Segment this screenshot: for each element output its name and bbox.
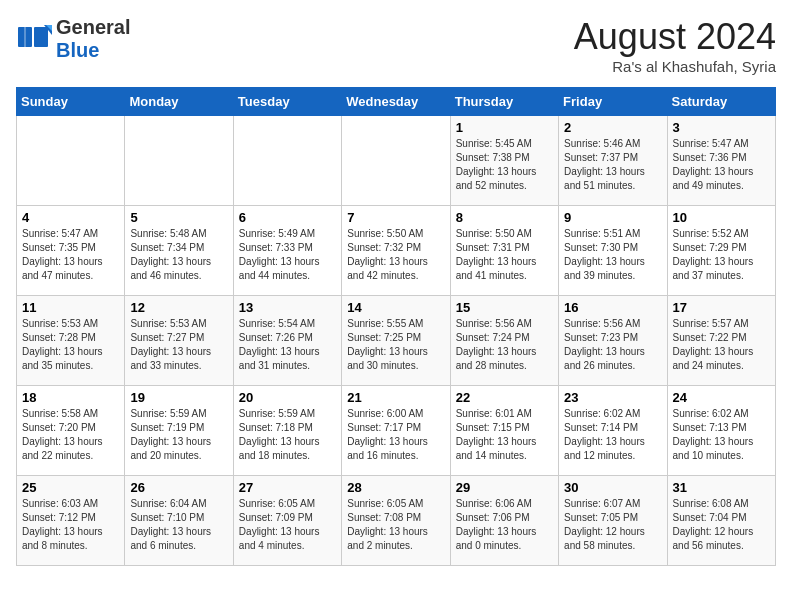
day-info: Sunrise: 5:47 AM Sunset: 7:36 PM Dayligh…	[673, 137, 770, 193]
calendar-cell: 11Sunrise: 5:53 AM Sunset: 7:28 PM Dayli…	[17, 296, 125, 386]
calendar-cell: 26Sunrise: 6:04 AM Sunset: 7:10 PM Dayli…	[125, 476, 233, 566]
day-number: 2	[564, 120, 661, 135]
day-info: Sunrise: 5:54 AM Sunset: 7:26 PM Dayligh…	[239, 317, 336, 373]
svg-rect-2	[34, 27, 48, 47]
calendar-cell: 7Sunrise: 5:50 AM Sunset: 7:32 PM Daylig…	[342, 206, 450, 296]
day-info: Sunrise: 6:03 AM Sunset: 7:12 PM Dayligh…	[22, 497, 119, 553]
page-header: General Blue August 2024 Ra's al Khashuf…	[16, 16, 776, 75]
calendar-cell	[125, 116, 233, 206]
day-number: 29	[456, 480, 553, 495]
day-number: 19	[130, 390, 227, 405]
day-number: 5	[130, 210, 227, 225]
day-info: Sunrise: 6:08 AM Sunset: 7:04 PM Dayligh…	[673, 497, 770, 553]
day-info: Sunrise: 6:05 AM Sunset: 7:08 PM Dayligh…	[347, 497, 444, 553]
day-number: 23	[564, 390, 661, 405]
day-number: 8	[456, 210, 553, 225]
logo-general: General	[56, 16, 130, 38]
calendar-cell	[17, 116, 125, 206]
day-info: Sunrise: 5:49 AM Sunset: 7:33 PM Dayligh…	[239, 227, 336, 283]
day-number: 28	[347, 480, 444, 495]
day-info: Sunrise: 6:02 AM Sunset: 7:14 PM Dayligh…	[564, 407, 661, 463]
day-number: 27	[239, 480, 336, 495]
day-number: 13	[239, 300, 336, 315]
day-info: Sunrise: 6:02 AM Sunset: 7:13 PM Dayligh…	[673, 407, 770, 463]
calendar-cell	[342, 116, 450, 206]
calendar-cell: 27Sunrise: 6:05 AM Sunset: 7:09 PM Dayli…	[233, 476, 341, 566]
day-info: Sunrise: 5:53 AM Sunset: 7:27 PM Dayligh…	[130, 317, 227, 373]
calendar-cell: 2Sunrise: 5:46 AM Sunset: 7:37 PM Daylig…	[559, 116, 667, 206]
calendar-cell: 1Sunrise: 5:45 AM Sunset: 7:38 PM Daylig…	[450, 116, 558, 206]
location: Ra's al Khashufah, Syria	[574, 58, 776, 75]
logo-blue: Blue	[56, 39, 99, 61]
day-number: 20	[239, 390, 336, 405]
day-number: 4	[22, 210, 119, 225]
calendar-cell: 16Sunrise: 5:56 AM Sunset: 7:23 PM Dayli…	[559, 296, 667, 386]
day-number: 21	[347, 390, 444, 405]
calendar-cell: 15Sunrise: 5:56 AM Sunset: 7:24 PM Dayli…	[450, 296, 558, 386]
day-number: 12	[130, 300, 227, 315]
day-number: 24	[673, 390, 770, 405]
calendar-cell: 24Sunrise: 6:02 AM Sunset: 7:13 PM Dayli…	[667, 386, 775, 476]
calendar-cell: 9Sunrise: 5:51 AM Sunset: 7:30 PM Daylig…	[559, 206, 667, 296]
day-info: Sunrise: 6:00 AM Sunset: 7:17 PM Dayligh…	[347, 407, 444, 463]
calendar-cell: 21Sunrise: 6:00 AM Sunset: 7:17 PM Dayli…	[342, 386, 450, 476]
day-number: 25	[22, 480, 119, 495]
day-info: Sunrise: 5:56 AM Sunset: 7:24 PM Dayligh…	[456, 317, 553, 373]
logo: General Blue	[16, 16, 130, 62]
day-number: 16	[564, 300, 661, 315]
calendar-cell: 4Sunrise: 5:47 AM Sunset: 7:35 PM Daylig…	[17, 206, 125, 296]
weekday-header-wednesday: Wednesday	[342, 88, 450, 116]
calendar-cell: 12Sunrise: 5:53 AM Sunset: 7:27 PM Dayli…	[125, 296, 233, 386]
calendar-cell: 18Sunrise: 5:58 AM Sunset: 7:20 PM Dayli…	[17, 386, 125, 476]
day-info: Sunrise: 5:48 AM Sunset: 7:34 PM Dayligh…	[130, 227, 227, 283]
day-number: 1	[456, 120, 553, 135]
day-info: Sunrise: 5:55 AM Sunset: 7:25 PM Dayligh…	[347, 317, 444, 373]
calendar-cell: 14Sunrise: 5:55 AM Sunset: 7:25 PM Dayli…	[342, 296, 450, 386]
calendar-cell	[233, 116, 341, 206]
day-info: Sunrise: 6:07 AM Sunset: 7:05 PM Dayligh…	[564, 497, 661, 553]
day-number: 22	[456, 390, 553, 405]
calendar-cell: 28Sunrise: 6:05 AM Sunset: 7:08 PM Dayli…	[342, 476, 450, 566]
day-info: Sunrise: 5:59 AM Sunset: 7:19 PM Dayligh…	[130, 407, 227, 463]
calendar-cell: 6Sunrise: 5:49 AM Sunset: 7:33 PM Daylig…	[233, 206, 341, 296]
day-info: Sunrise: 5:58 AM Sunset: 7:20 PM Dayligh…	[22, 407, 119, 463]
day-number: 7	[347, 210, 444, 225]
day-info: Sunrise: 5:56 AM Sunset: 7:23 PM Dayligh…	[564, 317, 661, 373]
day-number: 17	[673, 300, 770, 315]
day-number: 14	[347, 300, 444, 315]
calendar-cell: 13Sunrise: 5:54 AM Sunset: 7:26 PM Dayli…	[233, 296, 341, 386]
day-info: Sunrise: 6:01 AM Sunset: 7:15 PM Dayligh…	[456, 407, 553, 463]
day-number: 26	[130, 480, 227, 495]
day-number: 31	[673, 480, 770, 495]
calendar-table: SundayMondayTuesdayWednesdayThursdayFrid…	[16, 87, 776, 566]
calendar-cell: 3Sunrise: 5:47 AM Sunset: 7:36 PM Daylig…	[667, 116, 775, 206]
day-number: 9	[564, 210, 661, 225]
logo-icon	[16, 21, 52, 57]
calendar-cell: 5Sunrise: 5:48 AM Sunset: 7:34 PM Daylig…	[125, 206, 233, 296]
calendar-cell: 10Sunrise: 5:52 AM Sunset: 7:29 PM Dayli…	[667, 206, 775, 296]
calendar-cell: 25Sunrise: 6:03 AM Sunset: 7:12 PM Dayli…	[17, 476, 125, 566]
calendar-cell: 23Sunrise: 6:02 AM Sunset: 7:14 PM Dayli…	[559, 386, 667, 476]
day-number: 15	[456, 300, 553, 315]
day-info: Sunrise: 5:46 AM Sunset: 7:37 PM Dayligh…	[564, 137, 661, 193]
calendar-cell: 22Sunrise: 6:01 AM Sunset: 7:15 PM Dayli…	[450, 386, 558, 476]
day-info: Sunrise: 5:59 AM Sunset: 7:18 PM Dayligh…	[239, 407, 336, 463]
day-info: Sunrise: 5:50 AM Sunset: 7:32 PM Dayligh…	[347, 227, 444, 283]
day-info: Sunrise: 5:52 AM Sunset: 7:29 PM Dayligh…	[673, 227, 770, 283]
day-number: 11	[22, 300, 119, 315]
svg-rect-3	[24, 27, 26, 47]
day-info: Sunrise: 5:53 AM Sunset: 7:28 PM Dayligh…	[22, 317, 119, 373]
calendar-cell: 29Sunrise: 6:06 AM Sunset: 7:06 PM Dayli…	[450, 476, 558, 566]
calendar-cell: 8Sunrise: 5:50 AM Sunset: 7:31 PM Daylig…	[450, 206, 558, 296]
weekday-header-saturday: Saturday	[667, 88, 775, 116]
day-number: 10	[673, 210, 770, 225]
day-number: 18	[22, 390, 119, 405]
calendar-cell: 30Sunrise: 6:07 AM Sunset: 7:05 PM Dayli…	[559, 476, 667, 566]
title-block: August 2024 Ra's al Khashufah, Syria	[574, 16, 776, 75]
weekday-header-sunday: Sunday	[17, 88, 125, 116]
day-info: Sunrise: 6:06 AM Sunset: 7:06 PM Dayligh…	[456, 497, 553, 553]
calendar-cell: 20Sunrise: 5:59 AM Sunset: 7:18 PM Dayli…	[233, 386, 341, 476]
weekday-header-friday: Friday	[559, 88, 667, 116]
day-number: 6	[239, 210, 336, 225]
weekday-header-thursday: Thursday	[450, 88, 558, 116]
